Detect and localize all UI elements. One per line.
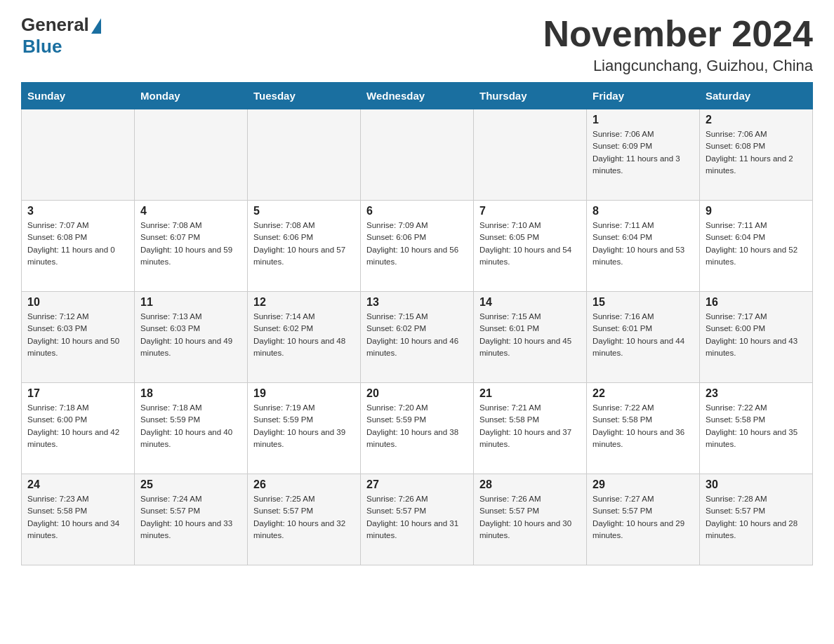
day-number: 21 [479, 387, 581, 400]
day-info: Sunrise: 7:18 AMSunset: 6:00 PMDaylight:… [27, 402, 128, 450]
day-header-tuesday: Tuesday [248, 83, 361, 109]
calendar-cell [248, 109, 361, 201]
day-header-wednesday: Wednesday [361, 83, 474, 109]
calendar-cell: 1Sunrise: 7:06 AMSunset: 6:09 PMDaylight… [587, 109, 700, 201]
calendar-cell: 22Sunrise: 7:22 AMSunset: 5:58 PMDayligh… [587, 383, 700, 474]
day-info: Sunrise: 7:08 AMSunset: 6:07 PMDaylight:… [140, 220, 241, 268]
logo-blue-text: Blue [22, 36, 62, 58]
day-info: Sunrise: 7:22 AMSunset: 5:58 PMDaylight:… [593, 402, 694, 450]
day-info: Sunrise: 7:06 AMSunset: 6:08 PMDaylight:… [706, 128, 807, 177]
day-number: 29 [593, 478, 694, 491]
day-number: 10 [27, 296, 128, 309]
day-number: 6 [366, 205, 468, 217]
day-number: 4 [140, 205, 241, 217]
calendar-cell: 29Sunrise: 7:27 AMSunset: 5:57 PMDayligh… [587, 474, 700, 565]
calendar-cell [361, 109, 474, 201]
day-header-saturday: Saturday [700, 83, 813, 109]
day-info: Sunrise: 7:15 AMSunset: 6:01 PMDaylight:… [479, 311, 581, 359]
day-info: Sunrise: 7:20 AMSunset: 5:59 PMDaylight:… [366, 402, 468, 450]
calendar-table: SundayMondayTuesdayWednesdayThursdayFrid… [21, 82, 813, 565]
day-info: Sunrise: 7:08 AMSunset: 6:06 PMDaylight:… [253, 220, 355, 268]
calendar-cell: 28Sunrise: 7:26 AMSunset: 5:57 PMDayligh… [474, 474, 587, 565]
day-number: 30 [706, 478, 807, 491]
day-info: Sunrise: 7:25 AMSunset: 5:57 PMDaylight:… [253, 493, 355, 542]
day-number: 23 [706, 387, 807, 400]
calendar-cell: 7Sunrise: 7:10 AMSunset: 6:05 PMDaylight… [474, 201, 587, 292]
calendar-cell [135, 109, 248, 201]
day-info: Sunrise: 7:06 AMSunset: 6:09 PMDaylight:… [593, 128, 694, 177]
logo-triangle-icon [91, 18, 101, 34]
day-info: Sunrise: 7:18 AMSunset: 5:59 PMDaylight:… [140, 402, 241, 450]
calendar-week-row: 3Sunrise: 7:07 AMSunset: 6:08 PMDaylight… [22, 201, 813, 292]
calendar-week-row: 10Sunrise: 7:12 AMSunset: 6:03 PMDayligh… [22, 292, 813, 383]
calendar-cell: 13Sunrise: 7:15 AMSunset: 6:02 PMDayligh… [361, 292, 474, 383]
day-number: 17 [27, 387, 128, 400]
day-info: Sunrise: 7:22 AMSunset: 5:58 PMDaylight:… [706, 402, 807, 450]
calendar-cell: 4Sunrise: 7:08 AMSunset: 6:07 PMDaylight… [135, 201, 248, 292]
calendar-cell: 19Sunrise: 7:19 AMSunset: 5:59 PMDayligh… [248, 383, 361, 474]
day-number: 7 [479, 205, 581, 217]
day-number: 27 [366, 478, 468, 491]
day-info: Sunrise: 7:11 AMSunset: 6:04 PMDaylight:… [593, 220, 694, 268]
calendar-cell: 6Sunrise: 7:09 AMSunset: 6:06 PMDaylight… [361, 201, 474, 292]
calendar-cell: 14Sunrise: 7:15 AMSunset: 6:01 PMDayligh… [474, 292, 587, 383]
day-header-friday: Friday [587, 83, 700, 109]
calendar-header-row: SundayMondayTuesdayWednesdayThursdayFrid… [22, 83, 813, 109]
day-number: 3 [27, 205, 128, 217]
day-number: 16 [706, 296, 807, 309]
calendar-cell: 18Sunrise: 7:18 AMSunset: 5:59 PMDayligh… [135, 383, 248, 474]
logo-general-text: General [21, 14, 89, 36]
day-info: Sunrise: 7:24 AMSunset: 5:57 PMDaylight:… [140, 493, 241, 542]
calendar-week-row: 17Sunrise: 7:18 AMSunset: 6:00 PMDayligh… [22, 383, 813, 474]
calendar-cell: 20Sunrise: 7:20 AMSunset: 5:59 PMDayligh… [361, 383, 474, 474]
day-number: 1 [593, 114, 694, 126]
calendar-title: November 2024 [543, 14, 813, 54]
calendar-cell: 8Sunrise: 7:11 AMSunset: 6:04 PMDaylight… [587, 201, 700, 292]
day-info: Sunrise: 7:10 AMSunset: 6:05 PMDaylight:… [479, 220, 581, 268]
day-info: Sunrise: 7:15 AMSunset: 6:02 PMDaylight:… [366, 311, 468, 359]
day-info: Sunrise: 7:13 AMSunset: 6:03 PMDaylight:… [140, 311, 241, 359]
day-number: 24 [27, 478, 128, 491]
day-number: 20 [366, 387, 468, 400]
day-info: Sunrise: 7:07 AMSunset: 6:08 PMDaylight:… [27, 220, 128, 268]
calendar-cell: 9Sunrise: 7:11 AMSunset: 6:04 PMDaylight… [700, 201, 813, 292]
day-header-sunday: Sunday [22, 83, 135, 109]
calendar-subtitle: Liangcunchang, Guizhou, China [543, 57, 813, 75]
day-info: Sunrise: 7:28 AMSunset: 5:57 PMDaylight:… [706, 493, 807, 542]
day-header-monday: Monday [135, 83, 248, 109]
calendar-cell [22, 109, 135, 201]
day-info: Sunrise: 7:16 AMSunset: 6:01 PMDaylight:… [593, 311, 694, 359]
day-number: 12 [253, 296, 355, 309]
day-number: 13 [366, 296, 468, 309]
calendar-cell: 15Sunrise: 7:16 AMSunset: 6:01 PMDayligh… [587, 292, 700, 383]
calendar-cell: 12Sunrise: 7:14 AMSunset: 6:02 PMDayligh… [248, 292, 361, 383]
day-number: 14 [479, 296, 581, 309]
day-number: 19 [253, 387, 355, 400]
day-info: Sunrise: 7:26 AMSunset: 5:57 PMDaylight:… [366, 493, 468, 542]
day-info: Sunrise: 7:19 AMSunset: 5:59 PMDaylight:… [253, 402, 355, 450]
calendar-cell [474, 109, 587, 201]
calendar-cell: 11Sunrise: 7:13 AMSunset: 6:03 PMDayligh… [135, 292, 248, 383]
calendar-cell: 27Sunrise: 7:26 AMSunset: 5:57 PMDayligh… [361, 474, 474, 565]
calendar-cell: 25Sunrise: 7:24 AMSunset: 5:57 PMDayligh… [135, 474, 248, 565]
day-info: Sunrise: 7:27 AMSunset: 5:57 PMDaylight:… [593, 493, 694, 542]
day-number: 25 [140, 478, 241, 491]
calendar-cell: 24Sunrise: 7:23 AMSunset: 5:58 PMDayligh… [22, 474, 135, 565]
day-number: 26 [253, 478, 355, 491]
day-number: 18 [140, 387, 241, 400]
day-info: Sunrise: 7:12 AMSunset: 6:03 PMDaylight:… [27, 311, 128, 359]
logo: General Blue [21, 14, 101, 58]
day-number: 28 [479, 478, 581, 491]
calendar-cell: 16Sunrise: 7:17 AMSunset: 6:00 PMDayligh… [700, 292, 813, 383]
calendar-week-row: 24Sunrise: 7:23 AMSunset: 5:58 PMDayligh… [22, 474, 813, 565]
calendar-cell: 5Sunrise: 7:08 AMSunset: 6:06 PMDaylight… [248, 201, 361, 292]
calendar-cell: 17Sunrise: 7:18 AMSunset: 6:00 PMDayligh… [22, 383, 135, 474]
calendar-cell: 26Sunrise: 7:25 AMSunset: 5:57 PMDayligh… [248, 474, 361, 565]
day-info: Sunrise: 7:23 AMSunset: 5:58 PMDaylight:… [27, 493, 128, 542]
day-number: 8 [593, 205, 694, 217]
day-info: Sunrise: 7:11 AMSunset: 6:04 PMDaylight:… [706, 220, 807, 268]
day-header-thursday: Thursday [474, 83, 587, 109]
calendar-cell: 21Sunrise: 7:21 AMSunset: 5:58 PMDayligh… [474, 383, 587, 474]
logo-top: General [21, 14, 101, 36]
day-number: 22 [593, 387, 694, 400]
